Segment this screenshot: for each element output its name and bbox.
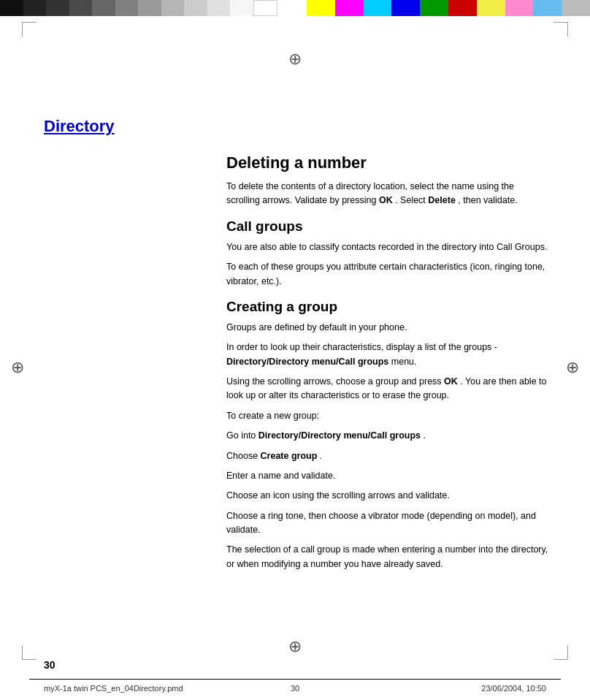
swatch-12: [253, 0, 278, 16]
creating-para4: To create a new group:: [226, 409, 550, 423]
creating-para6: Choose Create group .: [226, 449, 550, 463]
swatch-lightgray: [562, 0, 590, 16]
call-groups-para1: You are also able to classify contacts r…: [226, 240, 550, 254]
swatch-lightblue: [533, 0, 562, 16]
swatch-6: [115, 0, 139, 16]
swatch-4: [69, 0, 93, 16]
corner-mark-br: [553, 645, 568, 660]
footer-right: 23/06/2004, 10:50: [481, 684, 546, 693]
footer-rule: [29, 679, 561, 680]
swatch-7: [138, 0, 161, 16]
deleting-heading: Deleting a number: [226, 153, 550, 172]
creating-para2: In order to look up their characteristic…: [226, 341, 550, 369]
swatch-2: [23, 0, 47, 16]
creating-bold-path1: Directory/Directory menu/Call groups: [226, 357, 388, 367]
creating-bold-path2: Directory/Directory menu/Call groups: [258, 430, 421, 441]
deleting-delete-bold: Delete: [428, 195, 456, 205]
creating-para3: Using the scrolling arrows, choose a gro…: [226, 375, 550, 403]
swatch-5: [92, 0, 115, 16]
call-groups-para2: To each of these groups you attribute ce…: [226, 260, 550, 289]
page-title: Directory: [44, 117, 115, 136]
deleting-ok-bold: OK: [379, 195, 393, 205]
creating-para5: Go into Directory/Directory menu/Call gr…: [226, 429, 550, 443]
footer-left: myX-1a twin PCS_en_04Directory.pmd: [44, 684, 183, 693]
color-bar-left: [0, 0, 277, 16]
swatch-green: [420, 0, 448, 16]
swatch-1: [0, 0, 23, 16]
creating-para1: Groups are defined by default in your ph…: [226, 321, 550, 335]
creating-group-heading: Creating a group: [226, 299, 550, 315]
deleting-body: To delete the contents of a directory lo…: [226, 180, 550, 208]
crosshair-left: ⊕: [11, 358, 24, 377]
crosshair-top: ⊕: [288, 50, 302, 69]
swatch-10: [207, 0, 231, 16]
creating-para7: Enter a name and validate.: [226, 469, 550, 483]
creating-bold-creategroup: Create group: [261, 451, 318, 461]
corner-mark-bl: [22, 645, 37, 660]
corner-mark-tr: [553, 22, 568, 37]
swatch-blue: [391, 0, 420, 16]
page-number: 30: [44, 659, 55, 671]
creating-para8: Choose an icon using the scrolling arrow…: [226, 489, 550, 503]
creating-para10: The selection of a call group is made wh…: [226, 543, 550, 571]
swatch-red: [448, 0, 477, 16]
call-groups-heading: Call groups: [226, 218, 550, 235]
swatch-magenta: [335, 0, 364, 16]
footer-center: 30: [291, 684, 299, 693]
swatch-yellow: [307, 0, 335, 16]
swatch-3: [46, 0, 69, 16]
swatch-11: [230, 0, 253, 16]
swatch-8: [161, 0, 185, 16]
main-content: Deleting a number To delete the contents…: [226, 153, 550, 642]
swatch-cyan: [364, 0, 392, 16]
crosshair-right: ⊕: [566, 358, 579, 377]
swatch-9: [184, 0, 207, 16]
swatch-pink: [505, 0, 534, 16]
corner-mark-tl: [22, 22, 37, 37]
creating-para9: Choose a ring tone, then choose a vibrat…: [226, 509, 550, 538]
swatch-lightyellow: [477, 0, 505, 16]
color-bar-right: [307, 0, 590, 16]
creating-ok-bold: OK: [444, 376, 458, 387]
